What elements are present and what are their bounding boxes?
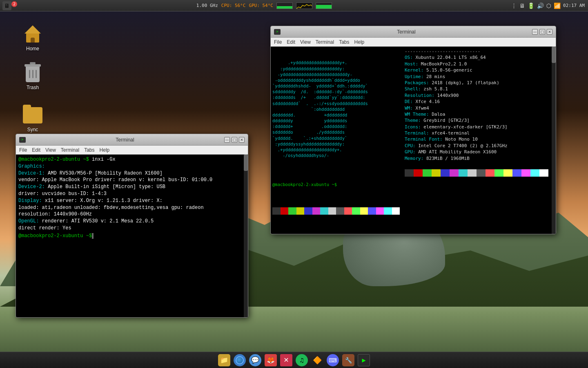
terminal-command-line: @macbookpro2-2-ubuntu ~$ inxi -Gx [18,156,245,163]
menu-tabs-small[interactable]: Tabs [84,147,94,153]
kernel-line: Kernel: 5.15.0-56-generic [405,67,552,73]
maximize-button-big[interactable]: □ [539,29,545,35]
cpu-freq-label: 1.00 GHz [196,3,218,8]
terminal-titlebar-big: Terminal — □ ✕ [271,26,556,38]
window-buttons-big: — □ ✕ [532,29,552,35]
theme-line: Theme: Greybird [GTK2/3] [405,117,552,123]
packages-line: Packages: 2418 (dpkg), 17 (flatpak) [405,80,552,86]
trash-icon-img [23,63,42,83]
menu-terminal-big[interactable]: Terminal [316,39,334,45]
taskbar-discord-icon[interactable]: ⌨ [327,354,339,366]
menu-help-big[interactable]: Help [354,39,365,45]
terminal-menubar-big: File Edit View Terminal Tabs Help [271,38,556,47]
terminal-content-small: @macbookpro2-2-ubuntu ~$ inxi -Gx Graphi… [16,155,248,317]
taskbar-browser-icon[interactable] [234,354,246,366]
menu-file-small[interactable]: File [19,147,27,153]
close-button-small[interactable]: ✕ [239,137,245,143]
taskbar-fox-icon[interactable]: 🦊 [265,354,277,366]
sync-icon-label: Sync [27,127,38,132]
minimize-button-small[interactable]: — [224,137,230,143]
taskbar-spotify-icon[interactable]: ♫ [296,354,308,366]
menu-tabs-big[interactable]: Tabs [339,39,349,45]
icons-line: Icons: elementary-xfce-darker [GTK2/3] [405,124,552,130]
volume-icon[interactable]: 🔊 [537,2,544,9]
home-icon-label: Home [26,46,39,52]
menu-edit-big[interactable]: Edit [287,39,295,45]
close-button-big[interactable]: ✕ [547,29,552,35]
top-panel: 🖥 2 1.00 GHz CPU: 56°C GPU: 54°C ⋮ 🖥 🔋 🔊… [0,0,588,11]
menu-edit-small[interactable]: Edit [32,147,40,153]
cpu-graph [296,2,312,9]
panel-right: ⋮ 🖥 🔋 🔊 ⬡ 📶 02:17 AM [511,2,588,9]
minimize-button-big[interactable]: — [532,29,538,35]
terminal-titlebar-small: Terminal — □ ✕ [16,134,248,146]
display-icon[interactable]: 🖥 [519,2,525,9]
menu-view-small[interactable]: View [45,147,56,153]
terminal-menubar-small: File Edit View Terminal Tabs Help [16,146,248,155]
trash-icon-label: Trash [27,85,39,90]
panel-separator-icon: ⋮ [511,2,517,9]
wifi-icon[interactable]: 📶 [554,2,561,9]
gpu-temp-label: GPU: 54°C [249,3,273,8]
cpu-temp-label: CPU: 56°C [221,3,246,8]
taskbar-chat-icon[interactable]: 💬 [249,354,261,366]
clock: 02:17 AM [563,3,585,8]
desktop-icon-trash[interactable]: Trash [16,63,49,90]
menu-view-big[interactable]: View [300,39,311,45]
taskbar: 📁 💬 🦊 ✕ ♫ 🔶 ⌨ 🔧 ▶ [0,352,588,368]
panel-badge: 2 [11,1,17,7]
terminal-prompt-bottom: @macbookpro2-2-xubuntu ~$ [272,182,400,187]
panel-center: 1.00 GHz CPU: 56°C GPU: 54°C [17,2,511,9]
battery-icon[interactable]: 🔋 [528,2,535,9]
home-icon-img [23,25,42,44]
menu-terminal-small[interactable]: Terminal [61,147,79,153]
resolution-line: Resolution: 588x368 [405,92,552,99]
desktop-icon-home[interactable]: Home [16,25,49,52]
terminal-title-icon-big [274,29,281,35]
ascii-art: .+ydddddddddddddddddy+. :ydddddddddddddd… [272,60,400,158]
terminal-window-big: Terminal — □ ✕ File Edit View Terminal T… [270,26,556,234]
panel-app-launcher[interactable]: 🖥 [2,1,11,10]
panel-left: 🖥 2 [0,1,17,10]
taskbar-other-icon[interactable]: 🔧 [342,354,354,366]
terminal-title-icon-small [19,137,26,143]
terminal-title-text-big: Terminal [282,29,530,35]
wm-line: WM: Xfwm4 [405,105,552,111]
cpu-line: CPU: Intel Core 2 T7400 (2) @ 2.167GHz [405,143,552,149]
window-buttons-small: — □ ✕ [224,137,245,143]
de-line: DE: Xfce 4.16 [405,99,552,105]
terminal-font-line: Terminal Font: Noto Mono 10 [405,136,552,142]
taskbar-cross-icon[interactable]: ✕ [280,354,292,366]
color-palette-right [405,169,552,177]
os-line: OS: Xubuntu 22.04.1 LTS x86_64 [405,54,552,61]
terminal-left-pane: .+ydddddddddddddddddy+. :ydddddddddddddd… [271,47,401,234]
terminal-line: Terminal: xfce4-terminal [405,130,552,136]
bluetooth-icon[interactable]: ⬡ [546,2,551,9]
terminal-scrollbar-thumb-small[interactable] [244,155,248,171]
mem-bar [316,2,332,9]
taskbar-files-icon[interactable]: 📁 [218,354,230,366]
terminal-scrollbar-small[interactable] [244,155,248,317]
taskbar-terminal-icon[interactable]: ▶ [358,354,370,366]
menu-help-small[interactable]: Help [100,147,110,153]
terminal-window-small: Terminal — □ ✕ File Edit View Terminal T… [16,134,248,318]
maximize-button-small[interactable]: □ [232,137,237,143]
gpu-line: GPU: AMD ATI Mobility Radeon X1600 [405,149,552,155]
sync-icon-img [23,105,42,125]
memory-line: Memory: 823MiB / 1960MiB [405,155,552,162]
taskbar-vlc-icon[interactable]: 🔶 [311,354,323,366]
terminal-scrollbar-big[interactable] [552,47,556,234]
terminal-scrollbar-thumb-big[interactable] [552,47,556,63]
terminal-right-pane: ---------------------------- OS: Xubuntu… [401,47,556,234]
host-line: Host: MacBookPro2,2 1.0 [405,61,552,67]
terminal-output-small: Graphics: Device-1: AMD RV530/M56-P [Mob… [18,163,245,240]
cpu-bar [276,2,293,9]
wm-theme-line: WM Theme: Daloa [405,111,552,117]
color-palette-big [272,207,400,215]
terminal-title-text-small: Terminal [27,137,223,143]
uptime-line: Uptime: 28 mins [405,74,552,80]
shell-line: Shell: zsh 5.8.1 [405,86,552,92]
menu-file-big[interactable]: File [274,39,282,45]
separator-line: ---------------------------- [405,48,552,54]
desktop-icon-sync[interactable]: Sync [16,105,49,132]
